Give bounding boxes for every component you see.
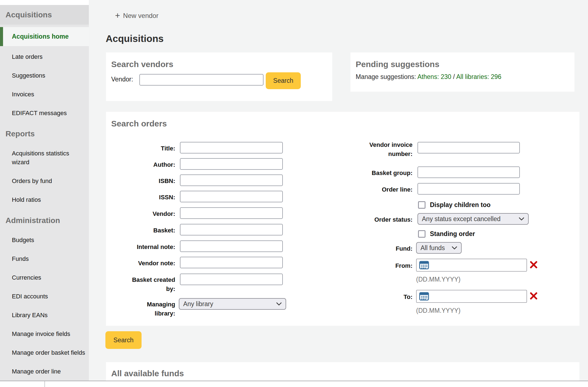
sidebar-header-administration: Administration xyxy=(6,216,89,225)
bottom-divider xyxy=(0,381,588,381)
standing-order-label: Standing order xyxy=(430,230,475,238)
fund-select[interactable]: All funds xyxy=(416,242,462,254)
fund-label: Fund: xyxy=(360,244,413,253)
vendor-search-input[interactable] xyxy=(139,74,264,86)
from-date-format-hint: (DD.MM.YYYY) xyxy=(416,276,461,283)
basket-group-label: Basket group: xyxy=(360,168,413,177)
suggestions-separator: / xyxy=(453,73,455,80)
vendor-search-button[interactable]: Search xyxy=(266,72,301,89)
new-vendor-button[interactable]: + New vendor xyxy=(115,11,158,20)
chevron-down-icon xyxy=(276,302,282,306)
basket-created-by-label: Basket created by: xyxy=(128,275,175,293)
managing-library-label: Managing library: xyxy=(128,300,175,318)
sidebar-item-manage-invoice-fields[interactable]: Manage invoice fields xyxy=(12,330,86,338)
to-date-format-hint: (DD.MM.YYYY) xyxy=(416,307,461,314)
internal-note-input[interactable] xyxy=(180,240,283,252)
x-icon xyxy=(529,260,538,269)
sidebar-item-edifact-messages[interactable]: EDIFACT messages xyxy=(12,109,86,118)
sidebar-item-acquisitions-home[interactable]: Acquisitions home xyxy=(0,27,89,46)
basket-group-input[interactable] xyxy=(417,166,520,178)
standing-order-checkbox[interactable] xyxy=(418,230,425,238)
plus-icon: + xyxy=(115,11,120,20)
order-status-label: Order status: xyxy=(360,215,413,224)
sidebar-item-library-eans[interactable]: Library EANs xyxy=(12,311,86,320)
sidebar-item-funds[interactable]: Funds xyxy=(12,255,86,263)
internal-note-label: Internal note: xyxy=(128,242,175,251)
managing-library-select[interactable]: Any library xyxy=(179,298,286,310)
order-line-label: Order line: xyxy=(360,185,413,194)
title-input[interactable] xyxy=(180,142,283,153)
vendor-note-label: Vendor note: xyxy=(128,259,175,268)
athens-suggestions-link[interactable]: Athens: 230 xyxy=(417,73,451,80)
vendor-label: Vendor: xyxy=(128,209,175,218)
sidebar-header-reports: Reports xyxy=(6,129,89,139)
order-line-input[interactable] xyxy=(417,183,520,195)
sidebar-item-late-orders[interactable]: Late orders xyxy=(12,52,86,61)
isbn-label: ISBN: xyxy=(128,176,175,185)
calendar-icon xyxy=(419,292,429,301)
search-orders-heading: Search orders xyxy=(111,119,167,128)
from-date-label: From: xyxy=(360,261,413,270)
sidebar-item-budgets[interactable]: Budgets xyxy=(12,236,86,245)
clear-to-date-button[interactable] xyxy=(529,291,538,300)
screen: Acquisitions Acquisitions home Late orde… xyxy=(0,0,588,387)
vendor-search-label: Vendor: xyxy=(111,76,133,83)
chevron-down-icon xyxy=(518,217,525,221)
sidebar-item-invoices[interactable]: Invoices xyxy=(12,90,86,99)
x-icon xyxy=(529,291,538,300)
sidebar-item-manage-order-line[interactable]: Manage order line xyxy=(12,367,86,376)
pending-suggestions-panel: Pending suggestions Manage suggestions: … xyxy=(350,52,574,92)
vendor-input[interactable] xyxy=(180,207,283,219)
to-date-label: To: xyxy=(360,292,413,301)
sidebar-item-currencies[interactable]: Currencies xyxy=(12,273,86,282)
all-available-funds-panel: All available funds xyxy=(106,362,579,381)
manage-suggestions-line: Manage suggestions: Athens: 230 / All li… xyxy=(356,72,501,81)
author-input[interactable] xyxy=(180,158,283,170)
calendar-icon xyxy=(419,261,429,270)
clear-from-date-button[interactable] xyxy=(529,260,538,269)
sidebar-item-orders-by-fund[interactable]: Orders by fund xyxy=(12,177,86,185)
vendor-invoice-number-input[interactable] xyxy=(417,142,520,153)
issn-input[interactable] xyxy=(180,191,283,202)
to-date-input[interactable] xyxy=(416,290,527,303)
pending-suggestions-heading: Pending suggestions xyxy=(356,60,439,69)
search-vendors-panel: Search vendors Vendor: Search xyxy=(106,52,332,101)
all-available-funds-heading: All available funds xyxy=(111,369,184,378)
search-orders-panel: Search orders Title: Author: ISBN: ISSN:… xyxy=(106,112,579,326)
title-label: Title: xyxy=(128,144,175,153)
orders-search-button[interactable]: Search xyxy=(105,331,142,349)
display-children-label: Display children too xyxy=(430,201,491,209)
vendor-invoice-number-label: Vendor invoice number: xyxy=(360,140,413,158)
sidebar-item-manage-order-basket-fields[interactable]: Manage order basket fields xyxy=(12,348,86,357)
manage-suggestions-label: Manage suggestions: xyxy=(356,73,416,80)
chevron-down-icon xyxy=(451,246,457,250)
author-label: Author: xyxy=(128,160,175,169)
sidebar-item-edi-accounts[interactable]: EDI accounts xyxy=(12,292,86,301)
sidebar-item-acquisitions-statistics-wizard[interactable]: Acquisitions statistics wizard xyxy=(12,149,86,167)
sidebar-header-acquisitions: Acquisitions xyxy=(0,10,52,19)
bottom-vertical-divider xyxy=(44,381,45,387)
sidebar-item-suggestions[interactable]: Suggestions xyxy=(12,71,86,80)
display-children-checkbox[interactable] xyxy=(418,201,425,209)
sidebar: Acquisitions Acquisitions home Late orde… xyxy=(0,5,89,381)
page-title: Acquisitions xyxy=(106,33,164,44)
basket-label: Basket: xyxy=(128,226,175,235)
isbn-input[interactable] xyxy=(180,174,283,186)
search-vendors-heading: Search vendors xyxy=(111,60,173,69)
vendor-note-input[interactable] xyxy=(180,257,283,268)
sidebar-item-hold-ratios[interactable]: Hold ratios xyxy=(12,195,86,204)
all-libraries-suggestions-link[interactable]: All libraries: 296 xyxy=(456,73,501,80)
basket-created-by-input[interactable] xyxy=(180,274,283,285)
basket-input[interactable] xyxy=(180,224,283,235)
new-vendor-label: New vendor xyxy=(123,11,158,20)
order-status-select[interactable]: Any status except cancelled xyxy=(417,213,529,225)
issn-label: ISSN: xyxy=(128,193,175,202)
sidebar-section-acquisitions: Acquisitions xyxy=(0,5,89,25)
from-date-input[interactable] xyxy=(416,259,527,272)
